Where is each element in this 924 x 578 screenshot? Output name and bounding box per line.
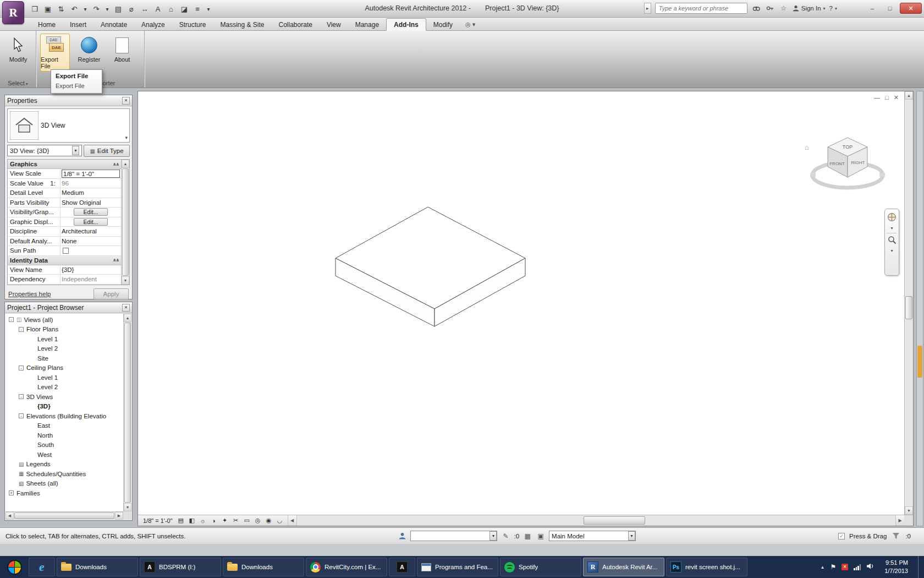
- chevron-down-icon[interactable]: ▾: [628, 531, 635, 541]
- unlocked-view-icon[interactable]: ◡: [276, 516, 284, 525]
- view-scale-value[interactable]: 1/8" = 1'-0": [62, 170, 120, 178]
- properties-help-link[interactable]: Properties help: [8, 291, 51, 297]
- chevron-down-icon[interactable]: ▾: [72, 146, 79, 155]
- redo-icon[interactable]: ↷: [90, 3, 102, 15]
- select-panel-label[interactable]: Select▾: [0, 80, 36, 86]
- show-hidden-icons-icon[interactable]: ▲: [820, 565, 824, 570]
- sun-path-icon[interactable]: ☼: [199, 516, 207, 525]
- browser-horizontal-scrollbar[interactable]: ◀ ▶: [6, 511, 123, 520]
- wheel-dropdown-icon[interactable]: ▾: [890, 226, 893, 231]
- maximize-button[interactable]: □: [882, 3, 898, 14]
- property-row-dependency[interactable]: Dependency Independent: [8, 275, 121, 285]
- tree-item-east[interactable]: East: [6, 421, 123, 431]
- text-icon[interactable]: A: [152, 3, 164, 15]
- property-row-graphic-display[interactable]: Graphic Displ... Edit...: [8, 217, 121, 227]
- property-row-detail-level[interactable]: Detail Level Medium: [8, 188, 121, 198]
- scrollbar-thumb[interactable]: [905, 296, 912, 319]
- property-row-view-scale[interactable]: View Scale 1/8" = 1'-0": [8, 169, 121, 179]
- graphic-display-edit-button[interactable]: Edit...: [74, 218, 108, 226]
- infocenter-search-input[interactable]: [655, 3, 747, 14]
- rendering-icon[interactable]: ✦: [221, 516, 229, 525]
- tree-item-north[interactable]: North: [6, 430, 123, 440]
- type-selector[interactable]: 3D View ▾: [7, 108, 130, 143]
- collapse-section-icon[interactable]: ∧∧: [113, 258, 119, 263]
- property-row-discipline[interactable]: Discipline Architectural: [8, 227, 121, 237]
- undo-icon[interactable]: ↶: [68, 3, 80, 15]
- apply-button[interactable]: Apply: [94, 288, 129, 299]
- active-option-icon[interactable]: ▣: [536, 531, 546, 541]
- sync-icon[interactable]: ⇅: [55, 3, 67, 15]
- minimize-button[interactable]: –: [865, 3, 880, 14]
- tree-item-west[interactable]: West: [6, 450, 123, 460]
- open-icon[interactable]: ❒: [29, 3, 41, 15]
- model-3d-box[interactable]: [138, 91, 904, 515]
- collapse-section-icon[interactable]: ∧∧: [113, 162, 119, 167]
- crop-region-icon[interactable]: ▭: [243, 516, 251, 525]
- taskbar-item-downloads-2[interactable]: Downloads: [223, 558, 304, 576]
- press-and-drag-checkbox[interactable]: ✓: [838, 533, 845, 539]
- infocenter-collapse-icon[interactable]: ▸: [644, 3, 651, 14]
- tree-item-floor-plans[interactable]: -Floor Plans: [6, 325, 123, 335]
- tree-collapse-icon[interactable]: -: [19, 413, 24, 418]
- tree-item-3d-current-view[interactable]: {3D}: [6, 402, 123, 412]
- tab-structure[interactable]: Structure: [172, 19, 213, 30]
- tree-item-level-2[interactable]: Level 2: [6, 383, 123, 392]
- editable-only-icon[interactable]: ✎: [501, 531, 510, 541]
- scroll-down-icon[interactable]: ▼: [905, 506, 913, 515]
- property-row-visibility-graphics[interactable]: Visibility/Grap... Edit...: [8, 208, 121, 217]
- tree-item-level-1[interactable]: Level 1: [6, 373, 123, 383]
- tree-expand-icon[interactable]: +: [9, 490, 14, 495]
- taskbar-item-spotify[interactable]: Spotify: [500, 558, 581, 576]
- temporary-hide-icon[interactable]: ◎: [254, 516, 262, 525]
- taskbar-item-programs-and-features[interactable]: Programs and Fea...: [417, 558, 498, 576]
- selection-filter-icon[interactable]: [891, 531, 901, 541]
- register-button[interactable]: Register: [74, 34, 104, 65]
- start-button[interactable]: [2, 556, 27, 578]
- scroll-right-icon[interactable]: ▶: [895, 515, 904, 526]
- identity-data-section-header[interactable]: Identity Data ∧∧: [8, 256, 121, 265]
- scroll-down-icon[interactable]: ▼: [122, 276, 129, 285]
- scroll-up-icon[interactable]: ▲: [124, 314, 131, 322]
- view-scale-button[interactable]: 1/8" = 1'-0": [141, 517, 174, 525]
- taskbar-item-downloads-1[interactable]: Downloads: [57, 558, 138, 576]
- properties-scrollbar[interactable]: ▲ ▼: [121, 160, 129, 285]
- tab-analyze[interactable]: Analyze: [134, 19, 172, 30]
- properties-header[interactable]: Properties ✕: [5, 95, 132, 106]
- tree-collapse-icon[interactable]: -: [19, 327, 24, 332]
- measure-icon[interactable]: ⌀: [125, 3, 138, 15]
- zoom-icon[interactable]: [888, 236, 897, 246]
- maintenance-alert-icon[interactable]: ✕: [842, 564, 848, 570]
- visibility-edit-button[interactable]: Edit...: [74, 208, 108, 216]
- taskbar-item-photoshop[interactable]: Ps revit screen shot.j...: [666, 558, 747, 576]
- detail-level-value[interactable]: Medium: [61, 188, 121, 198]
- tab-annotate[interactable]: Annotate: [94, 19, 134, 30]
- sun-path-checkbox[interactable]: [63, 248, 69, 254]
- tree-item-level-1[interactable]: Level 1: [6, 334, 123, 344]
- type-selector-dropdown-icon[interactable]: ▾: [125, 135, 128, 140]
- tree-item-3d-views[interactable]: -3D Views: [6, 392, 123, 402]
- export-file-button[interactable]: DAE DAE Export File: [40, 34, 70, 72]
- subscription-key-icon[interactable]: [765, 3, 775, 13]
- chevron-down-icon[interactable]: ▾: [490, 531, 497, 541]
- taskbar-item-bdsprm-drive[interactable]: A BDSPRM (I:): [140, 558, 221, 576]
- tree-collapse-icon[interactable]: -: [19, 394, 24, 399]
- scroll-right-icon[interactable]: ▶: [115, 512, 123, 520]
- tab-home[interactable]: Home: [31, 19, 63, 30]
- taskbar-item-revitcity-chrome[interactable]: RevitCity.com | Ex...: [306, 558, 387, 576]
- tab-collaborate[interactable]: Collaborate: [272, 19, 320, 30]
- tab-add-ins[interactable]: Add-Ins: [386, 18, 426, 31]
- sign-in-button[interactable]: Sign In ▾: [793, 5, 826, 12]
- visual-style-icon[interactable]: ◧: [188, 516, 196, 525]
- parts-visibility-value[interactable]: Show Original: [61, 198, 121, 208]
- scrollbar-thumb[interactable]: [584, 516, 645, 525]
- help-button[interactable]: ? ▾: [829, 5, 837, 12]
- browser-vertical-scrollbar[interactable]: ▲ ▼: [123, 314, 131, 511]
- network-icon[interactable]: [854, 564, 861, 570]
- steering-wheel-icon[interactable]: [887, 212, 897, 223]
- modify-button[interactable]: Modify: [3, 34, 33, 65]
- scroll-up-icon[interactable]: ▲: [122, 160, 129, 168]
- tree-item-site[interactable]: Site: [6, 353, 123, 363]
- viewport-horizontal-scrollbar[interactable]: ◀ ▶: [288, 515, 904, 526]
- save-icon[interactable]: ▣: [42, 3, 54, 15]
- view-canvas[interactable]: — □ ✕ ⌂ TOP FRONT: [138, 91, 904, 515]
